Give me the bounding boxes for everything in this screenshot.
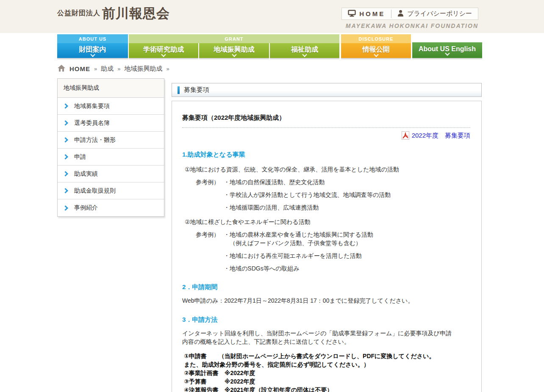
home-icon (57, 64, 66, 73)
document-item: ④決算報告書 ※2021年度（設立初年度の団体は不要） (184, 386, 470, 392)
pdf-download-link[interactable]: 2022年度 募集要項 (412, 132, 470, 140)
reference-label: 参考例） (196, 178, 224, 186)
section2-body: Web申請のみ：2022年7月1日～2022年8月31日 17：00までに登録完… (182, 296, 470, 305)
section1-item2: ②地域に根ざした食やエネルギーに関わる活動 (185, 218, 470, 226)
main-nav: ABOUT US 財団案内 GRANT 学術研究助成 地域振興助成 福祉助成 (57, 34, 482, 58)
header-home-button[interactable]: HOME (342, 10, 391, 18)
chevron-right-icon (63, 188, 68, 193)
breadcrumb-grant-link[interactable]: 助成 (101, 65, 114, 73)
required-documents-list: ①申請書 （当財団ホームページ上から書式をダウンロードし、PDFに変換してくださ… (184, 352, 470, 392)
chevron-right-icon (63, 103, 68, 109)
chevron-right-icon (63, 154, 68, 160)
chevron-right-icon (63, 205, 68, 211)
section1-bullet: ・地域のSDGs等への取組み (224, 265, 470, 272)
reference-label: 参考例） (196, 231, 224, 238)
foundation-english-name: MAYEKAWA HOKONKAI FOUNDATION (341, 22, 478, 29)
nav-tab-about-us-english[interactable]: About US English (412, 42, 482, 58)
document-item: ①申請書 （当財団ホームページ上から書式をダウンロードし、PDFに変換してくださ… (184, 352, 470, 360)
nav-group-about-label: ABOUT US (57, 34, 128, 43)
section1-bullet: ・学校法人が課外活動として行う地域交流、地域調査等の活動 (224, 191, 470, 199)
section1-title: 1.助成対象となる事業 (182, 151, 470, 159)
sidebar-item-label: 地域募集要項 (74, 102, 110, 110)
document-heading: 募集要項（2022年度地域振興助成） (182, 114, 470, 122)
privacy-policy-button[interactable]: プライバシーポリシー (391, 10, 478, 18)
chevron-right-icon (63, 171, 68, 177)
org-type-label: 公益財団法人 (57, 9, 100, 18)
breadcrumb-home-link[interactable]: HOME (69, 65, 90, 72)
sidebar-item-label: 申請 (74, 153, 86, 161)
breadcrumb: HOME » 助成 » 地域振興助成 » (57, 64, 544, 73)
nav-tab-foundation-guide[interactable]: 財団案内 (57, 43, 128, 58)
main-content: 募集要項 募集要項（2022年度地域振興助成） 2022年度 募集要項 1.助成… (172, 78, 482, 392)
nav-tab-information-disclosure[interactable]: 情報公開 (341, 43, 411, 58)
sidebar-title: 地域振興助成 (58, 79, 164, 98)
home-button-label: HOME (359, 10, 385, 17)
nav-group-disclosure-label: DISCLOSURE (341, 34, 411, 43)
monitor-icon (348, 10, 356, 18)
pdf-icon (402, 131, 409, 140)
section2-title: 2．申請期間 (182, 283, 470, 291)
panel-title: 募集要項 (184, 86, 209, 94)
guidelines-document: 募集要項（2022年度地域振興助成） 2022年度 募集要項 1.助成対象となる… (172, 101, 482, 392)
sidebar-item-guidelines[interactable]: 地域募集要項 (58, 98, 164, 115)
breadcrumb-separator: » (117, 66, 120, 72)
sidebar-item-case-studies[interactable]: 事例紹介 (58, 199, 164, 216)
document-item: ③予算書 ※2022年度 (184, 377, 470, 386)
sidebar-item-grant-results[interactable]: 助成実績 (58, 166, 164, 182)
sidebar-item-application-method[interactable]: 申請方法・雛形 (58, 132, 164, 149)
privacy-button-label: プライバシーポリシー (407, 10, 472, 18)
document-item: また、助成対象分野の番号を、指定箇所に必ず明記してください。） (184, 360, 470, 369)
chevron-right-icon (63, 120, 68, 126)
nav-tab-welfare-grant[interactable]: 福祉助成 (270, 43, 339, 58)
sidebar-item-label: 申請方法・雛形 (74, 136, 116, 144)
sidebar-regional-grant-menu: 地域振興助成 地域募集要項 選考委員名簿 申請方法・雛形 申請 助成実績 助成金… (57, 78, 164, 217)
section3-body-line2: 内容の概略を記入した上、下記書類と共に送信してください。 (182, 337, 470, 346)
utility-nav: HOME プライバシーポリシー (341, 8, 478, 20)
breadcrumb-regional-link[interactable]: 地域振興助成 (124, 65, 162, 73)
site-header: 公益財団法人 前川報恩会 HOME プライバシーポリシー (0, 0, 544, 33)
breadcrumb-separator: » (94, 66, 97, 72)
sidebar-item-committee-list[interactable]: 選考委員名簿 (58, 115, 164, 132)
panel-title-box: 募集要項 (172, 83, 482, 97)
person-icon (397, 10, 404, 18)
section3-title: 3．申請方法 (182, 316, 470, 324)
section1-bullet: ・地域循環圏の活用、広域連携活動 (224, 204, 470, 211)
sidebar-item-application[interactable]: 申請 (58, 149, 164, 166)
section1-bullet: ・地域の農林水産業や食を通じた地域振興に関する活動 (224, 231, 373, 238)
section3-body-line1: インターネット回線を利用し、当財団ホームページの「助成事業登録フォーム」に必要事… (182, 329, 470, 337)
document-item: ②事業計画書 ※2022年度 (184, 369, 470, 377)
sidebar-item-label: 事例紹介 (74, 204, 98, 212)
section1-bullet: ・地域の自然保護活動、歴史文化活動 (224, 178, 325, 186)
section1-bullet-note: （例えばフードバンク活動、子供食堂等も含む） (230, 239, 470, 247)
nav-group-grant-label: GRANT (129, 34, 339, 43)
nav-tab-regional-grant[interactable]: 地域振興助成 (199, 43, 269, 58)
section1-item1: ①地域における資源、伝統、文化等の保全、継承、活用を基本とした地域の活動 (185, 166, 470, 173)
sidebar-item-label: 助成実績 (74, 170, 98, 178)
sidebar-item-grant-rules[interactable]: 助成金取扱規則 (58, 182, 164, 199)
chevron-right-icon (63, 137, 68, 143)
breadcrumb-separator: » (166, 66, 169, 72)
org-name-label: 前川報恩会 (102, 7, 170, 20)
sidebar-item-label: 助成金取扱規則 (74, 187, 116, 195)
sidebar-item-label: 選考委員名簿 (74, 119, 110, 127)
accent-bar (178, 86, 180, 94)
section1-bullet: ・地域における再生可能エネルギーを活用した活動 (224, 252, 470, 259)
dotted-divider (182, 127, 470, 128)
nav-tab-academic-grant[interactable]: 学術研究助成 (129, 43, 198, 58)
site-logo[interactable]: 公益財団法人 前川報恩会 (57, 7, 170, 20)
